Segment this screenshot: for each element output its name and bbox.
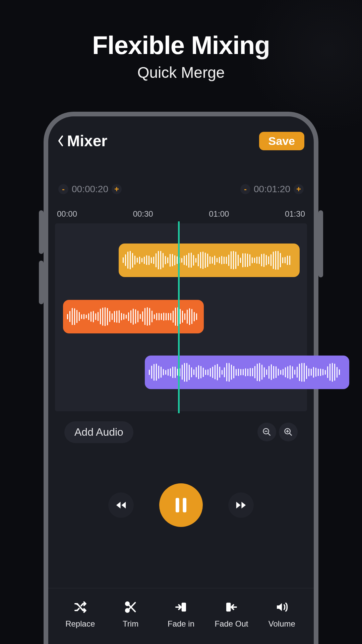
end-time-group: - 00:01:20 + [240,184,304,195]
fade-out-icon [224,600,239,614]
playhead-cursor[interactable] [178,221,180,413]
tool-volume[interactable]: Volume [257,600,307,629]
waveform-icon [123,250,296,270]
save-button[interactable]: Save [259,132,304,150]
tool-replace[interactable]: Replace [55,600,105,629]
svg-rect-14 [226,603,231,612]
phone-frame: Mixer Save - 00:00:20 + - 00:01:20 + 00:… [44,112,318,644]
svg-rect-7 [176,498,179,512]
start-time-value: 00:00:20 [72,184,108,195]
pause-button[interactable] [159,483,203,527]
bottom-toolbar: Replace Trim Fade in [48,588,314,644]
tool-trim[interactable]: Trim [105,600,156,629]
start-time-group: - 00:00:20 + [58,184,122,195]
tool-label: Fade in [168,619,194,629]
forward-button[interactable] [228,492,254,518]
topbar-left: Mixer [58,132,107,150]
phone-side-button [39,210,44,254]
phone-screen: Mixer Save - 00:00:20 + - 00:01:20 + 00:… [48,116,314,644]
rewind-button[interactable] [108,492,134,518]
svg-line-4 [290,433,292,436]
ruler-tick: 00:30 [133,209,153,219]
tool-label: Trim [123,619,138,629]
waveform-icon [67,307,200,327]
tool-label: Volume [268,619,295,629]
transport-controls [55,483,307,527]
ruler-tick: 01:00 [209,209,229,219]
tool-label: Fade Out [215,619,248,629]
svg-rect-13 [182,603,186,612]
audio-clip-3[interactable] [145,356,349,389]
ruler-tick: 00:00 [57,209,77,219]
svg-line-1 [268,433,270,436]
screen-title: Mixer [67,132,107,150]
add-audio-button[interactable]: Add Audio [64,421,133,443]
fade-in-icon [174,600,188,614]
shuffle-icon [73,600,87,614]
audio-clip-1[interactable] [119,244,300,277]
timeline-ruler: 00:00 00:30 01:00 01:30 [55,209,307,219]
volume-icon [275,600,289,614]
start-plus-button[interactable]: + [112,184,122,194]
timeline-controls-row: Add Audio [55,421,307,443]
phone-side-button [39,261,44,304]
start-minus-button[interactable]: - [58,184,68,194]
back-icon[interactable] [58,136,64,146]
ruler-tick: 01:30 [285,209,305,219]
audio-clip-2[interactable] [63,300,204,333]
scissors-icon [123,600,138,614]
svg-rect-8 [183,498,186,512]
zoom-group [257,423,298,441]
end-plus-button[interactable]: + [294,184,304,194]
phone-mockup: Mixer Save - 00:00:20 + - 00:01:20 + 00:… [44,112,318,644]
app-topbar: Mixer Save [55,132,307,150]
zoom-in-button[interactable] [279,423,298,441]
end-minus-button[interactable]: - [240,184,250,194]
tool-fade-out[interactable]: Fade Out [206,600,256,629]
end-time-value: 00:01:20 [254,184,290,195]
tool-fade-in[interactable]: Fade in [156,600,206,629]
time-adjust-row: - 00:00:20 + - 00:01:20 + [55,184,307,195]
timeline-area[interactable] [55,223,307,411]
tool-label: Replace [65,619,95,629]
phone-side-button [318,210,323,277]
zoom-out-button[interactable] [257,423,276,441]
